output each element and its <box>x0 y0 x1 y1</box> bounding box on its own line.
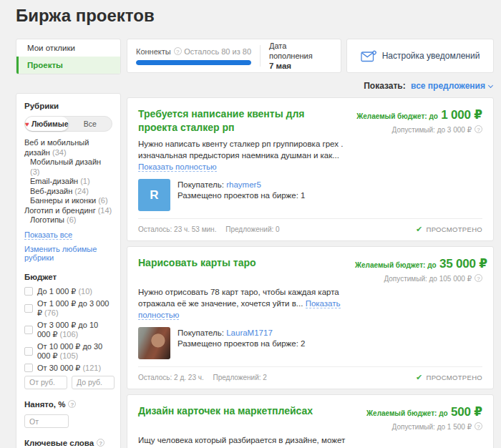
budget-option[interactable]: До 1 000 ₽ (10) <box>24 287 112 296</box>
desired-amount: 500 ₽ <box>451 405 482 419</box>
project-budget: Желаемый бюджет: до 35 000 ₽ Допустимый:… <box>355 256 482 283</box>
category-item[interactable]: Веб и мобильный дизайн (34) <box>24 138 112 157</box>
page-title: Биржа проектов <box>16 6 494 26</box>
tab-all[interactable]: Все <box>69 117 112 131</box>
checkbox[interactable] <box>24 304 33 313</box>
sidebar-item-projects[interactable]: Проекты <box>16 57 120 74</box>
keywords-title: Ключевые слова? <box>24 439 112 447</box>
project-description: Ищу человека который разбирается в дизай… <box>138 434 482 448</box>
checkbox[interactable] <box>24 364 33 372</box>
project-title[interactable]: Требуется написание квенты для проекта с… <box>138 107 355 135</box>
budget-option[interactable]: От 1 000 ₽ до 3 000 ₽ (76) <box>24 299 112 318</box>
project-description: Нужно отрисовать 78 карт таро, чтобы каж… <box>138 286 482 321</box>
help-icon[interactable]: ? <box>174 47 182 55</box>
project-budget: Желаемый бюджет: до 1 000 ₽ Допустимый: … <box>355 107 482 135</box>
main-content: Коннекты ? Осталось 80 из 80 Дата пополн… <box>127 39 494 448</box>
category-list: Веб и мобильный дизайн (34) Мобильный ди… <box>24 138 112 225</box>
allowed-budget: Допустимый: до 1 500 ₽ <box>392 423 472 431</box>
show-filter-dropdown[interactable]: все предложения <box>411 81 485 91</box>
time-left: Осталось: 23 ч. 53 мин. <box>138 225 216 233</box>
allowed-budget: Допустимый: до 3 000 ₽ <box>392 126 472 134</box>
checkbox[interactable] <box>24 347 33 356</box>
show-full-link[interactable]: Показать полностью <box>138 162 217 172</box>
tab-favorites[interactable]: ♥ Любимые <box>25 117 69 131</box>
project-card: Дизайн карточек на маркетплейсах Желаемы… <box>127 394 494 448</box>
show-all-link[interactable]: Показать все <box>24 230 72 240</box>
chevron-down-icon <box>488 83 493 88</box>
budget-title: Бюджет <box>24 273 112 281</box>
checkbox[interactable] <box>24 287 33 296</box>
category-item[interactable]: Баннеры и иконки (6) <box>24 196 112 206</box>
category-item[interactable]: Логотип и брендинг (14) <box>24 206 112 216</box>
help-icon[interactable]: ? <box>475 274 482 282</box>
project-card: Требуется написание квенты для проекта с… <box>127 97 494 241</box>
budget-option[interactable]: От 30 000 ₽ (121) <box>24 364 112 373</box>
help-icon[interactable]: ? <box>68 400 76 408</box>
help-icon[interactable]: ? <box>475 422 482 430</box>
desired-amount: 1 000 ₽ <box>441 108 482 122</box>
help-icon[interactable]: ? <box>97 439 104 447</box>
category-item[interactable]: Логотипы (6) <box>24 215 112 225</box>
notification-settings-label: Настройка уведомлений <box>382 51 480 61</box>
connects-progress-fill <box>136 60 251 65</box>
sidebar: Мои отклики Проекты Рубрики ♥ Любимые Вс… <box>16 39 121 448</box>
time-left: Осталось: 2 д. 23 ч. <box>138 374 204 381</box>
budget-from-input[interactable] <box>24 376 67 389</box>
category-item[interactable]: Мобильный дизайн (3) <box>24 157 112 177</box>
allowed-budget: Допустимый: до 105 000 ₽ <box>384 275 472 283</box>
sidebar-item-my-responses[interactable]: Мои отклики <box>16 39 120 57</box>
edit-favorites-link[interactable]: Изменить любимые рубрики <box>24 245 112 262</box>
project-card: Нарисовать карты таро Желаемый бюджет: д… <box>127 246 494 389</box>
refill-date-label: Дата пополнения <box>269 41 332 61</box>
connects-progress-bar <box>136 60 251 65</box>
check-icon: ✔ <box>416 373 423 382</box>
project-title[interactable]: Нарисовать карты таро <box>138 256 355 283</box>
viewed-badge: ✔ ПРОСМОТРЕНО <box>416 373 482 382</box>
buyer-avatar-photo[interactable] <box>138 327 170 359</box>
notification-settings-button[interactable]: Настройка уведомлений <box>346 39 494 73</box>
tab-favorites-label: Любимые <box>31 120 69 128</box>
connects-panel: Коннекты ? Осталось 80 из 80 Дата пополн… <box>127 39 341 73</box>
checkbox[interactable] <box>24 326 33 334</box>
buyer-name-link[interactable]: rhaymer5 <box>226 180 261 189</box>
hired-from-input[interactable] <box>24 414 69 428</box>
connects-label: Коннекты <box>136 47 171 56</box>
heart-icon: ♥ <box>25 120 29 128</box>
rubrics-toggle: ♥ Любимые Все <box>24 116 112 132</box>
divider <box>260 45 261 67</box>
desired-amount: 35 000 ₽ <box>439 257 487 271</box>
check-icon: ✔ <box>416 225 423 234</box>
envelope-gear-icon <box>361 50 376 62</box>
category-item[interactable]: Email-дизайн (1) <box>24 177 112 187</box>
buyer-projects-count: Размещено проектов на бирже: 2 <box>177 339 305 349</box>
category-item[interactable]: Веб-дизайн (24) <box>24 187 112 197</box>
budget-to-input[interactable] <box>72 376 115 389</box>
budget-option[interactable]: От 10 000 ₽ до 30 000 ₽ (105) <box>24 342 112 361</box>
buyer-avatar[interactable]: R <box>138 179 170 211</box>
project-description: Нужно написать квенту сталкер рп группир… <box>138 138 482 172</box>
filters-panel: Рубрики ♥ Любимые Все Веб и мобильный ди… <box>16 93 121 448</box>
project-budget: Желаемый бюджет: до 500 ₽ Допустимый: до… <box>355 404 482 431</box>
sidebar-nav: Мои отклики Проекты <box>16 39 121 74</box>
rubrics-title: Рубрики <box>24 102 112 110</box>
project-title[interactable]: Дизайн карточек на маркетплейсах <box>138 404 355 431</box>
show-filter: Показать: все предложения <box>127 81 492 91</box>
page: Биржа проектов Мои отклики Проекты Рубри… <box>0 0 501 448</box>
hired-title: Нанято, %? <box>24 400 112 409</box>
offers-count: Предложений: 2 <box>213 374 267 381</box>
offers-count: Предложений: 0 <box>225 225 279 233</box>
help-icon[interactable]: ? <box>475 125 482 133</box>
connects-remaining: Осталось 80 из 80 <box>184 47 251 56</box>
buyer-projects-count: Размещено проектов на бирже: 1 <box>177 190 305 201</box>
viewed-badge: ✔ ПРОСМОТРЕНО <box>416 225 482 234</box>
budget-option[interactable]: От 3 000 ₽ до 10 000 ₽ (106) <box>24 321 112 339</box>
buyer-name-link[interactable]: LauraM1717 <box>226 328 273 337</box>
refill-date-value: 7 мая <box>269 61 332 71</box>
show-filter-label: Показать: <box>364 81 406 91</box>
